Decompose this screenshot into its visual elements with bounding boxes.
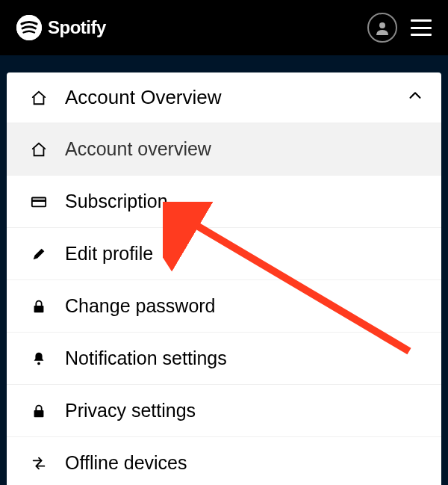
- header-actions: [367, 13, 432, 43]
- menu-item-label: Account overview: [65, 138, 211, 160]
- home-icon: [29, 88, 49, 108]
- menu-button[interactable]: [411, 19, 432, 36]
- panel-header[interactable]: Account Overview: [7, 72, 441, 123]
- chevron-up-icon: [407, 87, 423, 108]
- svg-rect-2: [32, 197, 46, 206]
- swap-icon: [29, 454, 49, 473]
- card-icon: [29, 192, 49, 211]
- svg-rect-4: [34, 306, 44, 312]
- menu-item-change-password[interactable]: Change password: [7, 280, 441, 333]
- menu-item-subscription[interactable]: Subscription: [7, 176, 441, 228]
- panel-title: Account Overview: [65, 86, 222, 109]
- app-header: Spotify: [0, 0, 448, 55]
- account-menu-panel: Account Overview Account overview Subscr…: [7, 72, 441, 485]
- menu-item-label: Privacy settings: [65, 400, 196, 421]
- menu-item-label: Subscription: [65, 191, 168, 212]
- svg-point-1: [379, 22, 385, 28]
- spotify-logo-icon: [16, 15, 42, 40]
- bell-icon: [29, 349, 49, 368]
- menu-item-label: Notification settings: [65, 347, 227, 369]
- menu-item-notification-settings[interactable]: Notification settings: [7, 333, 441, 385]
- profile-button[interactable]: [367, 13, 397, 43]
- svg-rect-3: [32, 200, 46, 202]
- lock-icon: [29, 401, 49, 421]
- pen-icon: [29, 244, 49, 264]
- menu-item-label: Edit profile: [65, 243, 153, 265]
- menu-item-edit-profile[interactable]: Edit profile: [7, 228, 441, 280]
- svg-point-5: [37, 362, 40, 365]
- hamburger-icon: [411, 19, 432, 22]
- menu-item-label: Offline devices: [65, 452, 187, 474]
- brand-name: Spotify: [48, 17, 106, 38]
- menu-item-label: Change password: [65, 295, 216, 317]
- brand[interactable]: Spotify: [16, 15, 106, 40]
- svg-rect-6: [34, 410, 44, 417]
- user-icon: [375, 20, 390, 35]
- lock-icon: [29, 297, 49, 316]
- menu-item-offline-devices[interactable]: Offline devices: [7, 437, 441, 485]
- home-icon: [29, 140, 49, 159]
- menu-item-account-overview[interactable]: Account overview: [7, 123, 441, 176]
- menu-item-privacy-settings[interactable]: Privacy settings: [7, 385, 441, 437]
